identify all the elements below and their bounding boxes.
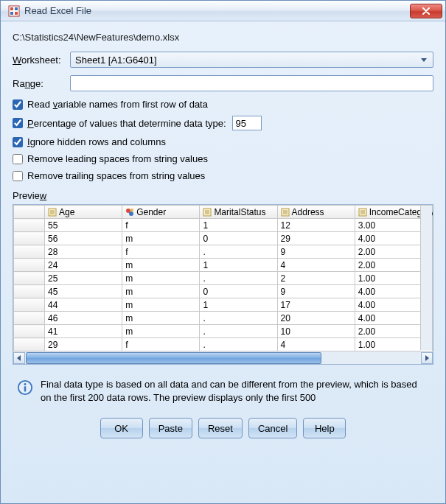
table-row: 25 m.21.00 xyxy=(14,272,433,285)
read-names-checkrow[interactable]: Read variable names from first row of da… xyxy=(13,99,433,110)
cell[interactable]: m xyxy=(122,312,200,325)
cell[interactable]: 1 xyxy=(200,298,277,312)
row-header[interactable] xyxy=(14,259,45,272)
cell[interactable]: 4 xyxy=(277,338,355,351)
remove-trailing-checkbox[interactable] xyxy=(13,171,23,181)
row-header[interactable] xyxy=(14,325,45,338)
row-header[interactable] xyxy=(14,338,45,351)
cell[interactable]: 44 xyxy=(45,298,122,312)
read-names-checkbox[interactable] xyxy=(13,99,23,110)
cell[interactable]: 55 xyxy=(45,219,122,232)
cell[interactable]: f xyxy=(122,219,200,232)
cell[interactable]: f xyxy=(122,338,200,351)
ok-button[interactable]: OK xyxy=(100,418,143,438)
cell[interactable]: 17 xyxy=(277,298,355,312)
cell[interactable]: . xyxy=(200,338,277,351)
row-header[interactable] xyxy=(14,219,45,232)
preview-box: AgeGenderMaritalStatusAddressIncomeCateg… xyxy=(13,204,433,365)
cell[interactable]: 4 xyxy=(277,259,355,272)
cell[interactable]: 1 xyxy=(200,259,277,272)
range-row: Range: xyxy=(13,75,433,91)
cell[interactable]: 24 xyxy=(45,259,122,272)
row-header[interactable] xyxy=(14,245,45,259)
scroll-left-button[interactable] xyxy=(13,352,25,364)
column-header[interactable]: Address xyxy=(277,206,355,219)
cell[interactable]: 0 xyxy=(200,232,277,245)
worksheet-combo[interactable]: Sheet1 [A1:G6401] xyxy=(70,52,433,68)
vertical-scrollbar[interactable] xyxy=(420,206,432,350)
row-header[interactable] xyxy=(14,298,45,312)
cell[interactable]: 9 xyxy=(277,245,355,259)
window-title: Read Excel File xyxy=(24,5,410,16)
cell[interactable]: 29 xyxy=(45,338,122,351)
remove-leading-label: Remove leading spaces from string values xyxy=(27,153,208,164)
close-button[interactable] xyxy=(410,4,442,18)
remove-trailing-checkrow[interactable]: Remove trailing spaces from string value… xyxy=(13,170,433,181)
cell[interactable]: m xyxy=(122,298,200,312)
reset-button[interactable]: Reset xyxy=(198,418,243,438)
scroll-thumb[interactable] xyxy=(26,352,321,364)
remove-leading-checkrow[interactable]: Remove leading spaces from string values xyxy=(13,153,433,164)
cell[interactable]: 20 xyxy=(277,312,355,325)
cell[interactable]: . xyxy=(200,245,277,259)
column-header[interactable]: MaritalStatus xyxy=(200,206,277,219)
svg-rect-4 xyxy=(15,12,18,15)
remove-trailing-label: Remove trailing spaces from string value… xyxy=(27,170,205,181)
cell[interactable]: . xyxy=(200,272,277,285)
cell[interactable]: m xyxy=(122,285,200,298)
cell[interactable]: . xyxy=(200,325,277,338)
help-button[interactable]: Help xyxy=(303,418,346,438)
file-path: C:\Statistics24\NewFeatures\demo.xlsx xyxy=(13,32,433,43)
cell[interactable]: 10 xyxy=(277,325,355,338)
svg-rect-3 xyxy=(10,12,13,15)
percent-checkbox[interactable] xyxy=(13,118,23,128)
preview-table-wrap[interactable]: AgeGenderMaritalStatusAddressIncomeCateg… xyxy=(13,205,433,351)
table-row: 24m142.00 xyxy=(14,259,433,272)
worksheet-value: Sheet1 [A1:G6401] xyxy=(75,55,157,66)
percent-checkrow[interactable]: Percentage of values that determine data… xyxy=(13,116,433,130)
read-excel-dialog: Read Excel File C:\Statistics24\NewFeatu… xyxy=(0,0,446,504)
cell[interactable]: 29 xyxy=(277,232,355,245)
column-header[interactable]: Age xyxy=(45,206,122,219)
row-header[interactable] xyxy=(14,312,45,325)
percent-input[interactable] xyxy=(232,116,262,130)
button-bar: OK Paste Reset Cancel Help xyxy=(13,418,433,438)
scroll-right-button[interactable] xyxy=(421,352,433,364)
range-input[interactable] xyxy=(70,75,433,91)
cell[interactable]: 2 xyxy=(277,272,355,285)
cell[interactable]: 25 xyxy=(45,272,122,285)
ignore-hidden-checkbox[interactable] xyxy=(13,137,23,147)
column-name: Age xyxy=(59,207,74,217)
row-header[interactable] xyxy=(14,285,45,298)
row-header[interactable] xyxy=(14,272,45,285)
column-name: Gender xyxy=(136,207,166,217)
cell[interactable]: m xyxy=(122,259,200,272)
table-row: 28 f.92.00 xyxy=(14,245,433,259)
cell[interactable]: 46 xyxy=(45,312,122,325)
cell[interactable]: 0 xyxy=(200,285,277,298)
cancel-button[interactable]: Cancel xyxy=(248,418,297,438)
remove-leading-checkbox[interactable] xyxy=(13,154,23,164)
horizontal-scrollbar[interactable] xyxy=(13,351,433,364)
cell[interactable]: m xyxy=(122,325,200,338)
worksheet-row: Worksheet: Sheet1 [A1:G6401] xyxy=(13,52,433,68)
svg-rect-26 xyxy=(24,386,27,391)
cell[interactable]: m xyxy=(122,232,200,245)
cell[interactable]: 56 xyxy=(45,232,122,245)
cell[interactable]: m xyxy=(122,272,200,285)
cell[interactable]: 28 xyxy=(45,245,122,259)
cell[interactable]: . xyxy=(200,312,277,325)
scroll-track[interactable] xyxy=(26,352,420,364)
paste-button[interactable]: Paste xyxy=(149,418,192,438)
cell[interactable]: f xyxy=(122,245,200,259)
cell[interactable]: 45 xyxy=(45,285,122,298)
column-header[interactable]: Gender xyxy=(122,206,200,219)
table-row: 55f1123.00 xyxy=(14,219,433,232)
cell[interactable]: 41 xyxy=(45,325,122,338)
row-header[interactable] xyxy=(14,232,45,245)
cell[interactable]: 12 xyxy=(277,219,355,232)
titlebar: Read Excel File xyxy=(1,1,445,21)
ignore-hidden-checkrow[interactable]: Ignore hidden rows and columns xyxy=(13,136,433,147)
cell[interactable]: 9 xyxy=(277,285,355,298)
cell[interactable]: 1 xyxy=(200,219,277,232)
